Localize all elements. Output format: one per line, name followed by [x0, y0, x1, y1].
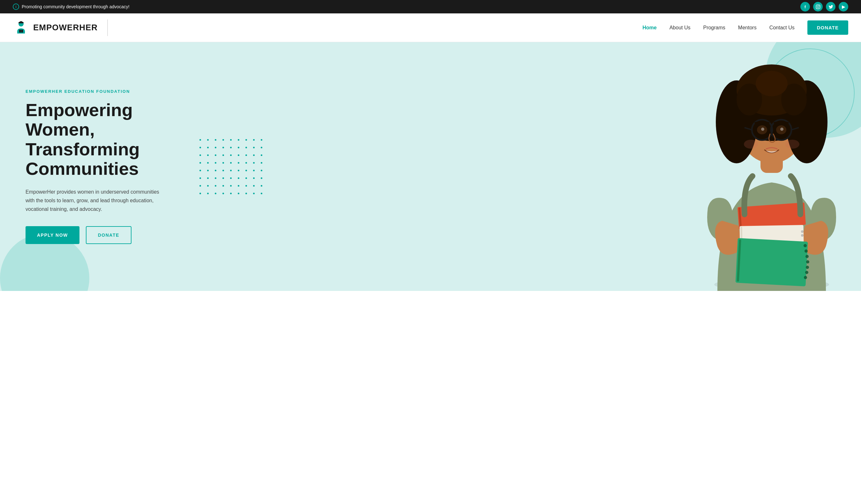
hero-image [692, 48, 851, 291]
announcement-area: i Promoting community development throug… [13, 3, 129, 10]
svg-rect-35 [735, 238, 808, 286]
nav: Home About Us Programs Mentors Contact U… [642, 20, 848, 35]
header: EMPOWERHER Home About Us Programs Mentor… [0, 13, 861, 42]
svg-point-27 [744, 140, 758, 149]
hero-title-line2: Transforming [26, 139, 140, 159]
svg-point-2 [819, 5, 820, 6]
svg-rect-0 [816, 5, 820, 9]
hero-title-line1: Empowering Women, [26, 100, 133, 140]
info-icon: i [13, 3, 19, 10]
top-bar: i Promoting community development throug… [0, 0, 861, 13]
svg-point-37 [804, 244, 807, 247]
hero-description: EmpowerHer provides women in underserved… [26, 187, 160, 214]
svg-point-17 [756, 71, 788, 96]
logo-text: EMPOWERHER [33, 23, 98, 32]
nav-home[interactable]: Home [642, 25, 656, 31]
svg-point-1 [817, 6, 819, 8]
svg-point-33 [801, 230, 804, 233]
apply-now-button[interactable]: APPLY NOW [26, 226, 80, 244]
hero-title-line3: Communities [26, 158, 139, 179]
svg-point-43 [804, 276, 807, 279]
svg-point-42 [805, 271, 808, 274]
svg-point-34 [801, 234, 804, 237]
svg-point-41 [806, 266, 809, 269]
hero-content: EMPOWERHER EDUCATION FOUNDATION Empoweri… [0, 64, 185, 270]
svg-point-40 [806, 260, 809, 264]
nav-contact[interactable]: Contact Us [769, 25, 795, 31]
logo-area[interactable]: EMPOWERHER [13, 19, 108, 36]
svg-point-28 [785, 140, 800, 149]
svg-point-39 [805, 255, 809, 258]
nav-mentors[interactable]: Mentors [738, 25, 757, 31]
svg-point-38 [805, 250, 808, 253]
svg-rect-4 [18, 22, 24, 23]
twitter-icon[interactable] [826, 2, 835, 12]
social-icons-area: f ▶ [801, 2, 848, 12]
hero-section: EMPOWERHER EDUCATION FOUNDATION Empoweri… [0, 42, 861, 291]
facebook-icon[interactable]: f [801, 2, 810, 12]
hero-donate-button[interactable]: DONATE [86, 226, 132, 244]
svg-point-26 [780, 128, 783, 131]
nav-about[interactable]: About Us [670, 25, 691, 31]
announcement-text: Promoting community development through … [22, 4, 129, 9]
logo-icon [13, 19, 29, 36]
hero-title: Empowering Women, Transforming Communiti… [26, 100, 160, 179]
hero-buttons: APPLY NOW DONATE [26, 226, 160, 244]
hero-eyebrow: EMPOWERHER EDUCATION FOUNDATION [26, 89, 160, 94]
dot-grid [198, 138, 264, 196]
instagram-icon[interactable] [813, 2, 823, 12]
svg-marker-5 [18, 21, 24, 22]
svg-point-25 [761, 128, 764, 131]
donate-button[interactable]: DONATE [807, 20, 848, 35]
nav-programs[interactable]: Programs [703, 25, 725, 31]
youtube-icon[interactable]: ▶ [839, 2, 848, 12]
